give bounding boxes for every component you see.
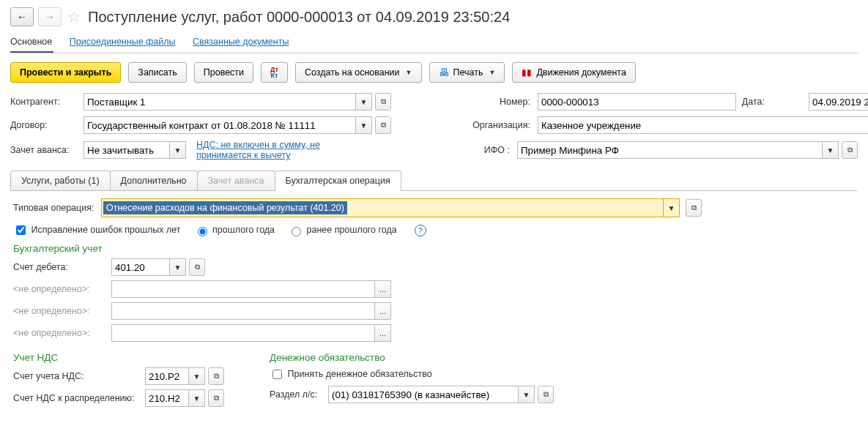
date-label: Дата: — [742, 97, 765, 107]
open-button[interactable]: ⧉ — [375, 116, 391, 134]
open-button[interactable]: ⧉ — [189, 258, 205, 276]
nds-mode-link[interactable]: НДС: не включен в сумму, не принимается … — [186, 140, 371, 160]
nav-forward-button[interactable]: → — [38, 7, 62, 26]
debit-account-label: Счет дебета: — [13, 262, 111, 272]
subconto3-input[interactable] — [111, 324, 375, 342]
open-icon: ⧉ — [691, 203, 697, 212]
open-button[interactable]: ⧉ — [538, 386, 554, 403]
advance-offset-input[interactable] — [84, 141, 170, 159]
open-icon: ⧉ — [381, 121, 386, 130]
dropdown-button[interactable]: ▼ — [170, 258, 186, 276]
radio-last-year[interactable] — [198, 227, 207, 236]
subconto2-input[interactable] — [111, 302, 375, 320]
open-icon: ⧉ — [214, 394, 219, 403]
radio-earlier-years-label[interactable]: ранее прошлого года — [288, 225, 397, 236]
open-button[interactable]: ⧉ — [375, 93, 391, 111]
open-icon: ⧉ — [544, 390, 549, 399]
fix-prior-errors-checkbox[interactable] — [16, 225, 26, 235]
radio-earlier-years[interactable] — [292, 227, 301, 236]
dropdown-button[interactable]: ▼ — [189, 389, 205, 407]
chart-icon: ▮▮ — [522, 67, 532, 78]
tab-advance-offset[interactable]: Зачет аванса — [197, 171, 275, 190]
page-title: Поступление услуг, работ 0000-000013 от … — [88, 9, 510, 26]
nav-back-button[interactable]: ← — [10, 7, 34, 26]
toolbar: Провести и закрыть Записать Провести Дт … — [10, 62, 858, 83]
counterparty-label: Контрагент: — [10, 97, 84, 107]
nav-tabs: Основное Присоединенные файлы Связанные … — [10, 32, 858, 53]
subconto3-label: <не определено>: — [13, 328, 111, 338]
tab-additional[interactable]: Дополнительно — [110, 171, 198, 190]
nds-distribution-account-label: Счет НДС к распределению: — [13, 393, 145, 403]
more-button[interactable]: … — [375, 324, 391, 342]
organization-label: Организация: — [391, 120, 538, 130]
organization-input[interactable] — [538, 116, 868, 134]
chevron-down-icon: ▼ — [406, 69, 412, 76]
subconto1-label: <не определено>: — [13, 284, 111, 294]
dropdown-button[interactable]: ▼ — [663, 199, 679, 217]
nds-account-input[interactable] — [145, 367, 189, 385]
dropdown-button[interactable]: ▼ — [189, 367, 205, 385]
help-icon[interactable]: ? — [415, 225, 426, 236]
dropdown-button[interactable]: ▼ — [823, 141, 839, 159]
open-button[interactable]: ⧉ — [842, 141, 858, 159]
nds-distribution-account-input[interactable] — [145, 389, 189, 407]
open-button[interactable]: ⧉ — [208, 389, 224, 407]
tab-main[interactable]: Основное — [10, 32, 53, 53]
open-icon: ⧉ — [381, 97, 386, 106]
nds-account-label: Счет учета НДС: — [13, 371, 145, 381]
account-section-input[interactable] — [328, 386, 519, 403]
printer-icon: 🖶 — [439, 67, 449, 78]
date-input[interactable] — [809, 93, 868, 111]
post-button[interactable]: Провести — [194, 62, 253, 83]
accounting-section-header: Бухгалтерский учет — [13, 243, 855, 254]
open-button[interactable]: ⧉ — [208, 367, 224, 385]
radio-last-year-label[interactable]: прошлого года — [194, 225, 275, 236]
typical-operation-label: Типовая операция: — [13, 203, 98, 213]
counterparty-input[interactable] — [84, 93, 356, 111]
fix-prior-errors-checkbox-label[interactable]: Исправление ошибок прошлых лет — [13, 223, 181, 237]
tab-attached-files[interactable]: Присоединенные файлы — [70, 32, 177, 51]
debit-account-input[interactable] — [111, 258, 170, 276]
ifo-label: ИФО : — [371, 145, 517, 155]
contract-input[interactable] — [84, 116, 356, 134]
document-movements-button[interactable]: ▮▮ Движения документа — [512, 62, 635, 83]
open-icon: ⧉ — [195, 263, 200, 272]
dropdown-button[interactable]: ▼ — [519, 386, 535, 403]
accept-money-obligation-label[interactable]: Принять денежное обязательство — [270, 367, 432, 381]
dropdown-button[interactable]: ▼ — [170, 141, 186, 159]
more-button[interactable]: … — [375, 280, 391, 298]
favorite-star-icon[interactable]: ☆ — [67, 8, 81, 26]
account-section-label: Раздел л/с: — [270, 389, 328, 400]
open-button[interactable]: ⧉ — [686, 199, 702, 217]
chevron-down-icon: ▼ — [489, 69, 495, 76]
accept-money-obligation-checkbox[interactable] — [272, 370, 282, 379]
tab-services-works[interactable]: Услуги, работы (1) — [10, 171, 111, 190]
dt-kt-button[interactable]: Дт Кт — [261, 62, 288, 83]
subconto2-label: <не определено>: — [13, 306, 111, 316]
tab-accounting-operation[interactable]: Бухгалтерская операция — [275, 171, 401, 190]
number-input[interactable] — [538, 93, 736, 111]
subconto1-input[interactable] — [111, 280, 375, 298]
open-icon: ⧉ — [214, 372, 219, 381]
print-button[interactable]: 🖶 Печать▼ — [429, 62, 505, 83]
typical-operation-value: Отнесение расходов на финансовый результ… — [103, 201, 347, 214]
tab-related-docs[interactable]: Связанные документы — [193, 32, 290, 51]
contract-label: Договор: — [10, 120, 84, 130]
money-obligation-section-header: Денежное обязательство — [270, 352, 554, 363]
post-and-close-button[interactable]: Провести и закрыть — [10, 62, 121, 83]
accounting-operation-panel: Типовая операция: Отнесение расходов на … — [10, 191, 858, 414]
dropdown-button[interactable]: ▼ — [356, 93, 372, 111]
kt-icon: Кт — [271, 72, 278, 78]
dropdown-button[interactable]: ▼ — [356, 116, 372, 134]
open-icon: ⧉ — [847, 146, 853, 154]
ifo-input[interactable] — [517, 141, 823, 159]
typical-operation-field[interactable]: Отнесение расходов на финансовый результ… — [101, 198, 680, 217]
advance-offset-label: Зачет аванса: — [10, 145, 84, 155]
nds-section-header: Учет НДС — [13, 352, 248, 363]
more-button[interactable]: … — [375, 302, 391, 320]
save-button[interactable]: Записать — [128, 62, 186, 83]
document-tabs: Услуги, работы (1) Дополнительно Зачет а… — [10, 171, 858, 191]
create-based-on-button[interactable]: Создать на основании▼ — [295, 62, 422, 83]
number-label: Номер: — [391, 97, 538, 107]
